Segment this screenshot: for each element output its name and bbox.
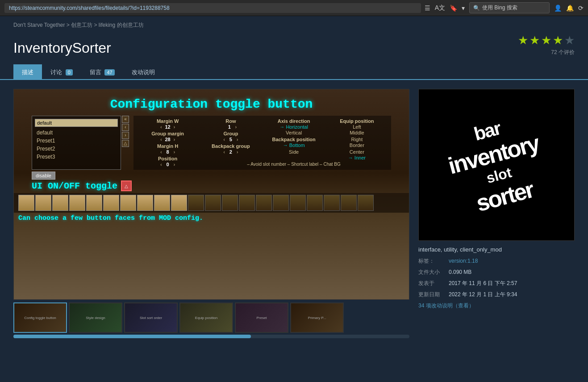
preset-3[interactable]: Preset3 — [35, 153, 118, 161]
equip-center[interactable]: Center — [327, 149, 387, 155]
arrow-right[interactable]: › — [122, 132, 129, 139]
slot-14[interactable] — [239, 195, 255, 211]
bookmark-icon[interactable]: 🔖 — [450, 4, 457, 12]
mw-left[interactable]: ‹ — [160, 125, 162, 130]
meta-row-size: 文件大小 0.090 MB — [418, 269, 575, 276]
list-icon[interactable]: ☰ — [425, 4, 430, 12]
main-image[interactable]: Configuration toggle button default defa… — [14, 89, 409, 299]
thumb-6[interactable]: Primary P... — [290, 302, 344, 333]
mh-right[interactable]: › — [174, 150, 175, 155]
pos-right[interactable]: › — [174, 162, 175, 167]
g-right[interactable]: › — [237, 137, 238, 142]
toggle-icon[interactable]: △ — [121, 181, 132, 191]
slot-16[interactable] — [273, 195, 289, 211]
slot-12[interactable] — [205, 195, 221, 211]
disable-button[interactable]: disable — [32, 172, 55, 180]
can-choose-text: Can choose a few button faces from MOD c… — [14, 213, 409, 225]
label-group-margin: Group margin — [138, 131, 197, 136]
axis-horizontal[interactable]: → Horizontal — [264, 124, 324, 130]
thumb-1[interactable]: Config toggle button — [13, 302, 67, 333]
equip-right[interactable]: Right — [327, 137, 387, 142]
tab-description[interactable]: 描述 — [13, 64, 42, 80]
gm-right[interactable]: › — [174, 137, 175, 142]
translate-icon[interactable]: A文 — [435, 4, 445, 12]
slot-20[interactable] — [341, 195, 357, 211]
breadcrumb-item-author[interactable]: lifeking 的创意工坊 — [99, 22, 144, 28]
slot-1[interactable] — [18, 195, 34, 211]
slot-11[interactable] — [188, 195, 204, 211]
thumb-4-label: Equip position — [195, 316, 217, 320]
notification-icon[interactable]: 🔔 — [566, 4, 574, 12]
refresh-icon[interactable]: ⟳ — [578, 4, 584, 12]
thumb-3[interactable]: Slot sort order — [124, 302, 178, 333]
thumb-2[interactable]: Style design — [69, 302, 122, 333]
meta-val-version[interactable]: version:1.18 — [449, 258, 478, 264]
breadcrumb-item-workshop[interactable]: 创意工坊 — [71, 22, 92, 28]
search-box[interactable]: 🔍 使用 Bing 搜索 — [469, 2, 550, 13]
slot-4[interactable] — [69, 195, 85, 211]
meta-tags: interface, utility, client_only_mod — [418, 246, 575, 253]
tags-label: interface, utility, client_only_mod — [418, 246, 502, 253]
g-left[interactable]: ‹ — [224, 137, 225, 142]
bg-right[interactable]: › — [237, 150, 238, 155]
slot-3[interactable] — [52, 195, 68, 211]
tab-discussion[interactable]: 讨论 0 — [42, 64, 81, 80]
changelog-link[interactable]: 34 项改动说明（查看） — [418, 302, 474, 310]
slot-21[interactable] — [358, 195, 374, 211]
preset-1[interactable]: Preset1 — [35, 137, 118, 145]
meta-key-published: 发表于 — [418, 280, 445, 287]
slot-5[interactable] — [86, 195, 102, 211]
equip-border[interactable]: Border — [327, 143, 387, 149]
bg-left[interactable]: ‹ — [224, 150, 225, 155]
equip-middle[interactable]: Middle — [327, 130, 387, 136]
slot-2[interactable] — [35, 195, 51, 211]
gm-left[interactable]: ‹ — [160, 137, 162, 142]
mh-left[interactable]: ‹ — [160, 150, 162, 155]
profile-icon[interactable]: 👤 — [554, 4, 562, 12]
breadcrumb-item-game[interactable]: Don't Starve Together — [13, 22, 65, 28]
screenshot-title: Configuration toggle button — [14, 89, 409, 116]
arrow-up[interactable]: △ — [122, 140, 129, 147]
axis-vertical[interactable]: Vertical — [264, 130, 324, 136]
tab-changelog[interactable]: 改动说明 — [123, 64, 163, 80]
row-right[interactable]: › — [235, 125, 237, 130]
equip-inner[interactable]: → Inner — [327, 155, 387, 161]
thumb-5[interactable]: Preset — [235, 302, 288, 333]
slot-18[interactable] — [307, 195, 323, 211]
thumb-1-inner: Config toggle button — [14, 303, 66, 332]
slot-10[interactable] — [171, 195, 187, 211]
arrow-left-left[interactable]: « — [122, 116, 129, 123]
browser-icons: ☰ A文 🔖 ▾ 🔍 使用 Bing 搜索 👤 🔔 ⟳ — [425, 2, 584, 13]
pos-left[interactable]: ‹ — [160, 162, 162, 167]
url-bar[interactable]: https://steamcommunity.com/sharedfiles/f… — [4, 3, 421, 13]
slot-17[interactable] — [290, 195, 306, 211]
backpack-side[interactable]: Side — [264, 149, 324, 155]
rating-area: ★ ★ ★ ★ ★ 72 个评价 — [518, 34, 575, 56]
bookmark-arrow-icon[interactable]: ▾ — [462, 4, 465, 12]
slot-6[interactable] — [103, 195, 119, 211]
slot-7[interactable] — [120, 195, 136, 211]
slot-15[interactable] — [256, 195, 272, 211]
meta-row-changelog: 34 项改动说明（查看） — [418, 302, 575, 310]
meta-key-updated: 更新日期 — [418, 291, 445, 298]
arrow-left[interactable]: ‹ — [122, 124, 129, 131]
empty-cell-2 — [264, 155, 324, 161]
breadcrumb-sep-1: > — [67, 22, 71, 28]
equip-left[interactable]: Left — [327, 124, 387, 130]
thumb-4[interactable]: Equip position — [179, 302, 233, 333]
preset-2[interactable]: Preset2 — [35, 145, 118, 153]
slot-13[interactable] — [222, 195, 238, 211]
slot-9[interactable] — [154, 195, 170, 211]
slot-8[interactable] — [137, 195, 153, 211]
preset-input[interactable]: default — [35, 119, 118, 127]
horizontal-scrollbar[interactable] — [13, 335, 409, 338]
bg-val: 2 — [226, 149, 235, 155]
mw-right[interactable]: › — [174, 125, 175, 130]
preset-default[interactable]: default — [35, 129, 118, 137]
slot-19[interactable] — [324, 195, 340, 211]
config-right: Margin W Row Axis direction Equip positi… — [133, 116, 391, 170]
meta-val-updated: 2022 年 12 月 1 日 上午 9:34 — [449, 291, 517, 298]
backpack-bottom[interactable]: → Bottom — [264, 143, 324, 149]
tab-comments[interactable]: 留言 47 — [81, 64, 123, 80]
config-grid: Margin W Row Axis direction Equip positi… — [138, 118, 387, 167]
